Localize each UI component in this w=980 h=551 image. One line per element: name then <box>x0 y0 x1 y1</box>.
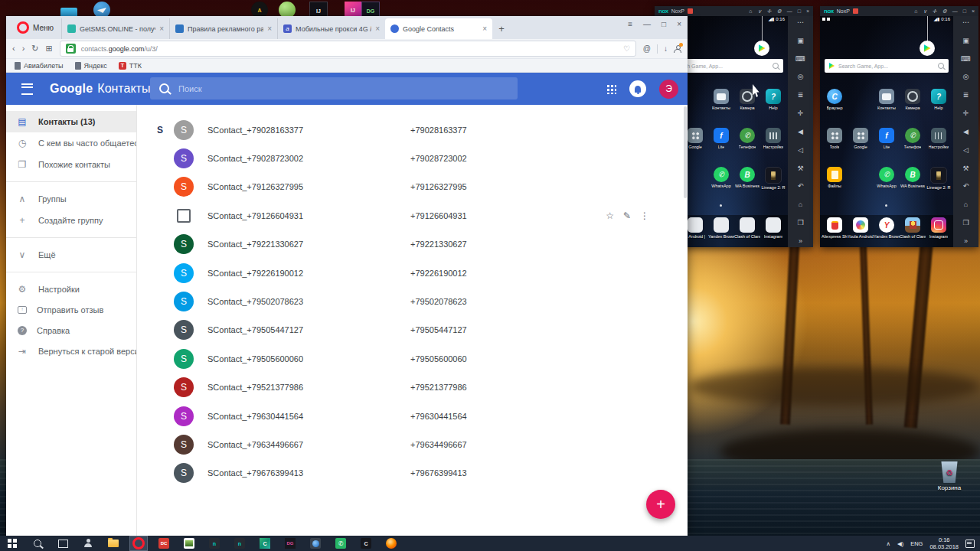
clock[interactable]: 0:16 08.03.2018 <box>929 536 959 551</box>
download-icon[interactable]: ↓ <box>664 44 668 53</box>
minimize-icon[interactable]: — <box>787 8 792 14</box>
recents-icon[interactable]: ❒ <box>962 220 969 227</box>
expand-icon[interactable]: » <box>964 238 968 245</box>
play-search-bar[interactable]: Search Game, App... <box>825 59 949 73</box>
nox-window-right[interactable]: nox NoxP ⌂∨✛⚙—□× ◢▮0:16 Search Game, App… <box>820 6 978 247</box>
contact-row[interactable]: S SContact_+79221330627 +79221330627 ☆ ✎… <box>137 230 688 259</box>
tab-close-icon[interactable]: × <box>375 24 380 33</box>
emulator-app[interactable] <box>306 536 325 551</box>
app-contacts[interactable]: Контакты <box>874 89 900 110</box>
opera-app[interactable] <box>129 536 148 551</box>
devtool-app[interactable]: DC <box>155 536 173 551</box>
app-whatsapp[interactable]: ✆WhatsApp <box>874 167 900 190</box>
minimize-icon[interactable]: — <box>643 20 651 28</box>
app-settings[interactable]: Настройки <box>760 128 786 149</box>
app-settings[interactable]: Настройки <box>926 128 952 149</box>
volume-up-icon[interactable]: ◀ <box>963 129 969 135</box>
app-browser[interactable]: CБраузер <box>822 89 848 110</box>
nox-titlebar-left[interactable]: nox NoxP ⌂∨✛⚙—□× <box>655 6 813 16</box>
rollup-icon[interactable]: ∨ <box>923 8 926 14</box>
android-screen[interactable]: ◢▮0:16 Search Game, App... CБраузерКонта… <box>820 16 953 247</box>
shake-icon[interactable]: ▣ <box>797 37 804 44</box>
tab-close-icon[interactable]: × <box>482 24 487 33</box>
home-nav-icon[interactable]: ⌂ <box>799 201 802 208</box>
app-wa-business[interactable]: BWA Business <box>900 167 926 190</box>
people-app[interactable] <box>79 536 97 551</box>
close-icon[interactable]: × <box>677 20 681 28</box>
contact-row[interactable]: S SContact_+79126327995 +79126327995 ☆ ✎… <box>137 173 688 201</box>
more-icon[interactable]: ⋮ <box>640 210 649 221</box>
app-empty[interactable] <box>848 167 874 190</box>
nox-app-1[interactable]: n <box>205 536 224 551</box>
back-icon[interactable]: ↶ <box>798 183 804 190</box>
volume-icon[interactable]: ◀) <box>897 540 903 547</box>
action-center-icon[interactable] <box>965 540 975 548</box>
sidebar-item-settings[interactable]: ⚙Настройки <box>6 279 136 299</box>
app-files[interactable]: Файлы <box>822 167 848 190</box>
taskbar-search[interactable] <box>28 536 47 551</box>
nox-titlebar-right[interactable]: nox NoxP ⌂∨✛⚙—□× <box>820 6 978 16</box>
url-field[interactable]: contacts.google.com/u/3/ ♡ <box>60 41 636 57</box>
contact-row[interactable]: S SContact_+79502078623 +79502078623 ☆ ✎… <box>137 287 688 315</box>
bookmark-heart-icon[interactable]: ♡ <box>623 44 630 53</box>
sidebar-item-contacts[interactable]: ▤Контакты (13) <box>6 111 136 132</box>
browser-tab[interactable]: a Мобильные прокси 4G / × <box>277 18 385 39</box>
script-icon[interactable]: ≣ <box>963 92 969 99</box>
virtual-key-icon[interactable]: ⚒ <box>962 165 969 172</box>
sidebar-item-feedback[interactable]: !Отправить отзыв <box>6 299 136 320</box>
star-icon[interactable]: ☆ <box>606 210 614 221</box>
browser-tab[interactable]: Google Contacts × <box>385 18 492 39</box>
edit-icon[interactable]: ✎ <box>623 210 631 221</box>
close-icon[interactable]: × <box>972 8 975 14</box>
script-icon[interactable]: ≣ <box>798 92 804 99</box>
play-store-icon[interactable] <box>920 41 935 56</box>
reload-icon[interactable]: ↻ <box>31 44 38 53</box>
account-avatar[interactable]: Э <box>659 80 678 99</box>
locate-icon[interactable]: ✛ <box>767 8 772 14</box>
bookmark-item[interactable]: Авиабилеты <box>15 62 64 70</box>
app-instagram[interactable]: Instagram <box>926 217 952 247</box>
hidden-icons-chevron[interactable]: ∧ <box>886 540 890 547</box>
maximize-icon[interactable]: □ <box>798 8 801 14</box>
sidebar-item-help[interactable]: ?Справка <box>6 320 136 341</box>
contact-row[interactable]: S SContact_+79028723002 +79028723002 ☆ ✎… <box>137 144 688 172</box>
locate-icon[interactable]: ✛ <box>933 8 937 14</box>
app-youla[interactable]: Youla Android | <box>848 217 874 247</box>
settings-icon[interactable]: ⚙ <box>942 8 946 14</box>
new-tab-button[interactable]: + <box>492 18 511 39</box>
app-google-folder[interactable]: Google <box>848 128 874 149</box>
scrollbar[interactable] <box>684 106 687 198</box>
app-facebook-lite[interactable]: fLite <box>874 128 900 149</box>
settings-icon[interactable]: ⚙ <box>776 8 781 14</box>
appcode-app[interactable]: C <box>357 536 375 551</box>
bookmark-item[interactable]: Яндекс <box>75 62 107 70</box>
app-yandex-browser[interactable]: Yandex Browse <box>708 217 734 247</box>
sidebar-item-more[interactable]: ∨Ещё <box>6 244 136 266</box>
app-clash-of-clans[interactable]: Clash of Clans <box>734 217 760 247</box>
rollup-icon[interactable]: ∨ <box>757 8 761 14</box>
fullscreen-icon[interactable]: ✛ <box>798 110 804 117</box>
language-indicator[interactable]: ENG <box>910 540 923 547</box>
forward-icon[interactable]: › <box>22 44 25 53</box>
contact-row[interactable]: S SContact_+79505447127 +79505447127 ☆ ✎… <box>137 316 688 344</box>
tab-close-icon[interactable]: × <box>159 24 164 33</box>
virtual-key-icon[interactable]: ⚒ <box>797 165 803 172</box>
add-contact-fab[interactable]: + <box>646 490 675 519</box>
keyboard-icon[interactable]: ⌨ <box>961 56 971 63</box>
contact-row[interactable]: S SContact_+79634496667 +79634496667 ☆ ✎… <box>137 430 688 458</box>
hamburger-menu-icon[interactable] <box>21 83 33 95</box>
close-icon[interactable]: × <box>806 8 809 14</box>
app-help[interactable]: ?Help <box>926 89 952 110</box>
contact-checkbox[interactable] <box>177 209 191 223</box>
opera-menu-button[interactable]: Меню <box>9 16 61 39</box>
app-phone[interactable]: ✆Телефон <box>734 128 760 149</box>
app-lineage2[interactable]: Lineage 2: R <box>926 167 952 190</box>
contact-row[interactable]: S SContact_+79630441564 +79630441564 ☆ ✎… <box>137 402 688 430</box>
maximize-icon[interactable]: □ <box>963 8 966 14</box>
contact-row[interactable]: S SContact_+79028163377 +79028163377 ☆ ✎… <box>137 116 688 144</box>
app-tools-folder[interactable]: Tools <box>822 128 848 149</box>
sidebar-item-old-version[interactable]: ⇥Вернуться к старой версии <box>6 341 136 361</box>
sidebar-item-frequent[interactable]: ◷С кем вы часто общаетесь <box>6 132 136 154</box>
task-view[interactable] <box>54 536 72 551</box>
back-icon[interactable]: ‹ <box>12 44 15 53</box>
